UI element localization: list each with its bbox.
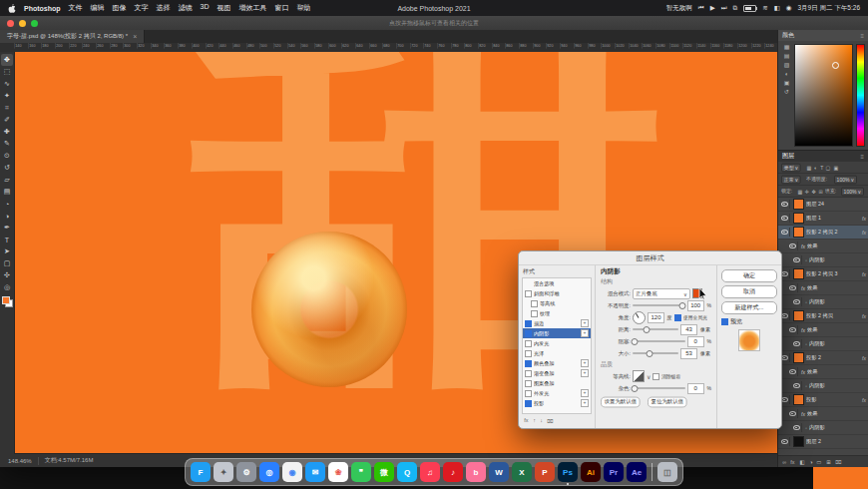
- move-tool[interactable]: ✥: [1, 54, 13, 66]
- dock-finder[interactable]: F: [191, 462, 211, 482]
- filter-smart-object-icon[interactable]: ▣: [833, 165, 838, 171]
- layer-thumbnail[interactable]: [793, 268, 804, 279]
- healing-brush-tool[interactable]: ✚: [1, 126, 13, 138]
- dock-qq[interactable]: Q: [397, 462, 417, 482]
- filter-pixel-icon[interactable]: ▦: [807, 165, 812, 171]
- layer-row[interactable]: 图层 2: [778, 435, 868, 449]
- lock-pixels-icon[interactable]: ✛: [805, 189, 809, 195]
- add-style-icon[interactable]: +: [581, 329, 589, 337]
- dock-system-preferences[interactable]: ⚙: [236, 462, 256, 482]
- add-style-icon[interactable]: +: [581, 369, 589, 377]
- cancel-button[interactable]: 取消: [721, 285, 777, 298]
- add-effect-icon[interactable]: fx: [524, 417, 528, 422]
- layer-row[interactable]: 投影 2fx: [778, 351, 868, 365]
- close-document-icon[interactable]: ×: [133, 33, 137, 40]
- history-panel-icon[interactable]: ↺: [784, 89, 789, 95]
- global-light-checkbox[interactable]: [674, 314, 681, 321]
- lock-transparency-icon[interactable]: ▦: [797, 189, 802, 195]
- style-checkbox[interactable]: [525, 390, 532, 397]
- eye-icon[interactable]: [788, 283, 798, 292]
- layer-row[interactable]: fx效果: [778, 281, 868, 295]
- dialog-title[interactable]: 图层样式: [519, 251, 781, 265]
- layer-mask-icon[interactable]: ◧: [799, 458, 804, 464]
- style-item-外发光[interactable]: 外发光+: [523, 388, 591, 398]
- dock-photoshop[interactable]: Ps: [558, 462, 578, 482]
- layer-row[interactable]: fx效果: [778, 323, 868, 337]
- lock-position-icon[interactable]: ✥: [812, 189, 816, 195]
- layer-row[interactable]: ◦内阴影: [778, 253, 868, 267]
- dock-excel[interactable]: X: [512, 462, 532, 482]
- dock-safari[interactable]: ◎: [259, 462, 279, 482]
- eye-icon[interactable]: [792, 423, 802, 432]
- app-menu[interactable]: Photoshop: [24, 5, 61, 12]
- set-default-button[interactable]: 设置为默认值: [601, 397, 641, 408]
- new-style-button[interactable]: 新建样式...: [721, 301, 777, 314]
- add-style-icon[interactable]: +: [581, 319, 589, 327]
- dock-bilibili[interactable]: b: [466, 462, 486, 482]
- rewind-icon[interactable]: ⏮: [698, 4, 704, 12]
- layer-row[interactable]: 投影 2 拷贝 2fx: [778, 226, 868, 240]
- noise-input[interactable]: 0: [687, 383, 704, 394]
- color-swatches[interactable]: [2, 296, 13, 307]
- swatches-panel-icon[interactable]: ▦: [784, 44, 790, 50]
- tab-layers[interactable]: 图层: [782, 152, 794, 161]
- layer-row[interactable]: ◦内阴影: [778, 337, 868, 351]
- layer-row[interactable]: 投影 2 拷贝 3fx: [778, 267, 868, 281]
- adjustment-layer-icon[interactable]: ◑: [809, 459, 812, 464]
- layer-row[interactable]: 投影fx: [778, 393, 868, 407]
- style-checkbox[interactable]: [525, 380, 532, 387]
- eye-icon[interactable]: [780, 437, 790, 446]
- layer-fx-badge[interactable]: fx: [862, 230, 866, 236]
- add-style-icon[interactable]: +: [581, 359, 589, 367]
- style-item-纹理[interactable]: 纹理: [523, 308, 591, 318]
- play-icon[interactable]: ▶: [710, 4, 715, 12]
- style-checkbox[interactable]: [525, 330, 532, 337]
- layer-row[interactable]: 图层 1fx: [778, 212, 868, 226]
- style-item-斜面和浮雕[interactable]: 斜面和浮雕: [523, 288, 591, 298]
- noise-slider[interactable]: [633, 387, 685, 389]
- layer-fx-badge[interactable]: fx: [862, 216, 866, 222]
- lasso-tool[interactable]: ∿: [1, 78, 13, 90]
- menu-选择[interactable]: 选择: [157, 3, 171, 13]
- document-tab[interactable]: 字母-甜.psd @ 148%(投影 2 拷贝 2, RGB/8) * ×: [0, 30, 145, 43]
- gradients-panel-icon[interactable]: ▤: [784, 53, 790, 59]
- style-checkbox[interactable]: [525, 350, 532, 357]
- menu-3D[interactable]: 3D: [201, 3, 210, 13]
- dock-powerpoint[interactable]: P: [535, 462, 555, 482]
- menu-视图[interactable]: 视图: [217, 3, 231, 13]
- menu-文件[interactable]: 文件: [69, 3, 83, 13]
- apple-icon[interactable]: [8, 3, 16, 14]
- eye-icon[interactable]: [788, 367, 798, 376]
- hue-slider[interactable]: [856, 44, 865, 147]
- panel-menu-icon[interactable]: ≡: [860, 33, 864, 39]
- zoom-level[interactable]: 148.46%: [8, 458, 32, 464]
- opacity-slider[interactable]: [633, 304, 685, 306]
- layer-row[interactable]: ◦内阴影: [778, 379, 868, 393]
- layer-fx-badge[interactable]: fx: [862, 397, 866, 403]
- marquee-tool[interactable]: ⬚: [1, 66, 13, 78]
- eraser-tool[interactable]: ▱: [1, 174, 13, 186]
- layer-thumbnail[interactable]: [793, 394, 804, 405]
- contour-picker[interactable]: [633, 370, 645, 382]
- eye-icon[interactable]: [780, 200, 790, 209]
- eye-icon[interactable]: [792, 297, 802, 306]
- style-item-颜色叠加[interactable]: 颜色叠加+: [523, 358, 591, 368]
- size-input[interactable]: 53: [680, 348, 697, 359]
- fast-forward-icon[interactable]: ⏭: [721, 4, 727, 12]
- pen-tool[interactable]: ✒: [1, 222, 13, 234]
- control-center-icon[interactable]: ◧: [774, 4, 780, 12]
- style-item-内阴影[interactable]: 内阴影+: [523, 328, 591, 338]
- style-checkbox[interactable]: [525, 400, 532, 407]
- shape-tool[interactable]: ▢: [1, 257, 13, 269]
- layer-thumbnail[interactable]: [793, 213, 804, 224]
- preview-checkbox[interactable]: [721, 318, 728, 325]
- layer-fx-badge[interactable]: fx: [862, 355, 866, 361]
- blend-mode-select[interactable]: 正片叠底 ∨: [633, 288, 690, 299]
- eye-icon[interactable]: [792, 255, 802, 264]
- dock-netease-music[interactable]: ♪: [443, 462, 463, 482]
- ok-button[interactable]: 确定: [721, 269, 777, 282]
- filter-type-icon[interactable]: T: [820, 165, 823, 170]
- eye-icon[interactable]: [788, 325, 798, 334]
- filter-shape-icon[interactable]: ▢: [826, 165, 831, 171]
- layer-opacity-select[interactable]: 100%∨: [834, 175, 857, 184]
